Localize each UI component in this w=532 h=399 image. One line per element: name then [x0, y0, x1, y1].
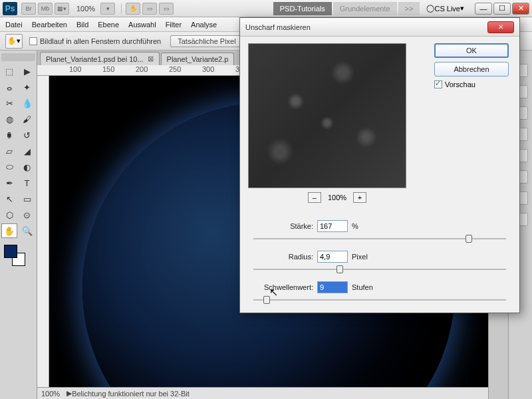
- minimize-btn[interactable]: —: [475, 3, 492, 15]
- preview-label: Vorschau: [445, 80, 475, 88]
- blur-tool[interactable]: ⬭: [1, 160, 17, 174]
- app-icon: Ps: [3, 2, 17, 15]
- menu-datei[interactable]: Datei: [5, 21, 23, 29]
- 3d-tool[interactable]: ⬡: [1, 207, 17, 222]
- doc-tab-1-label: Planet_Variante1.psd bei 10...: [46, 55, 144, 63]
- zoom-level[interactable]: 100%: [76, 5, 95, 13]
- screenmode-btn[interactable]: ▭: [159, 3, 174, 15]
- eraser-tool[interactable]: ▱: [1, 144, 17, 158]
- move-tool[interactable]: ⬚: [1, 64, 17, 78]
- pen-tool[interactable]: ✒: [1, 176, 17, 190]
- status-zoom[interactable]: 100%: [41, 390, 60, 398]
- crop-tool[interactable]: ✂: [1, 96, 17, 110]
- app-titlebar: Ps Br Mb ▦▾ 100% ▾ ✋ ▭ ▭ PSD-Tutorials G…: [0, 0, 532, 17]
- workspace-tab-psd[interactable]: PSD-Tutorials: [273, 2, 332, 15]
- menu-bild[interactable]: Bild: [76, 21, 88, 29]
- threshold-input[interactable]: [317, 281, 348, 293]
- workspace-tabs: PSD-Tutorials Grundelemente >>: [273, 2, 422, 15]
- lasso-tool[interactable]: ⴰ: [1, 80, 17, 94]
- scrollall-checkbox[interactable]: [29, 37, 37, 45]
- status-msg: Belichtung funktioniert nur bei 32-Bit: [72, 390, 190, 398]
- workspace-tab-more[interactable]: >>: [398, 2, 420, 15]
- menu-filter[interactable]: Filter: [166, 21, 182, 29]
- viewmode-btn[interactable]: ▦▾: [55, 3, 69, 15]
- hand-tool[interactable]: ✋: [1, 223, 17, 238]
- tool-preset-btn[interactable]: ✋▾: [5, 34, 23, 49]
- menu-analyse[interactable]: Analyse: [191, 21, 217, 29]
- actual-pixels-btn[interactable]: Tatsächliche Pixel: [170, 35, 243, 47]
- radius-label: Radius:: [253, 253, 313, 261]
- arrange-btn[interactable]: ▭: [142, 3, 157, 15]
- dialog-close-btn[interactable]: ✕: [487, 21, 514, 33]
- unsharp-mask-dialog: Unscharf maskieren ✕ – 100% + OK Abbrech…: [239, 17, 520, 313]
- doc-tab-2-label: Planet_Variante2.p: [167, 55, 229, 63]
- amount-input[interactable]: [317, 220, 348, 232]
- amount-unit: %: [352, 222, 358, 230]
- hand-shortcut[interactable]: ✋: [126, 3, 140, 15]
- menu-auswahl[interactable]: Auswahl: [128, 21, 156, 29]
- close-btn[interactable]: ✕: [512, 3, 529, 15]
- doc-tab-2[interactable]: Planet_Variante2.p: [161, 53, 235, 65]
- minibridge-btn[interactable]: Mb: [38, 3, 53, 15]
- dialog-title: Unscharf maskieren: [245, 23, 311, 31]
- cancel-button[interactable]: Abbrechen: [434, 62, 509, 76]
- marquee-tool[interactable]: ▶: [19, 64, 35, 78]
- preview-checkbox-row: Vorschau: [434, 80, 511, 88]
- filter-preview[interactable]: [248, 43, 406, 188]
- stamp-tool[interactable]: ⧯: [1, 128, 17, 142]
- doc-tab-1-close[interactable]: ⊠: [148, 55, 154, 63]
- toolbox-grip[interactable]: [1, 53, 35, 61]
- zoom-dropdown[interactable]: ▾: [100, 3, 115, 15]
- type-tool[interactable]: T: [19, 176, 35, 190]
- ruler-vertical: [37, 76, 49, 387]
- cs-live[interactable]: ◯ CS Live ▾: [426, 4, 464, 13]
- wand-tool[interactable]: ✦: [19, 80, 35, 94]
- radius-unit: Pixel: [352, 253, 368, 261]
- threshold-unit: Stufen: [352, 283, 373, 291]
- gradient-tool[interactable]: ◢: [19, 144, 35, 158]
- menu-bearbeiten[interactable]: Bearbeiten: [32, 21, 67, 29]
- maximize-btn[interactable]: ☐: [493, 3, 511, 15]
- amount-slider[interactable]: [253, 233, 506, 244]
- dodge-tool[interactable]: ◐: [19, 160, 35, 174]
- statusbar: 100% ▶ Belichtung funktioniert nur bei 3…: [37, 387, 488, 399]
- shape-tool[interactable]: ▭: [19, 192, 35, 206]
- menu-ebene[interactable]: Ebene: [98, 21, 119, 29]
- eyedropper-tool[interactable]: 💧: [19, 96, 35, 110]
- amount-label: Stärke:: [253, 222, 313, 230]
- threshold-slider[interactable]: [253, 295, 506, 305]
- brush-tool[interactable]: 🖌: [19, 112, 35, 126]
- radius-input[interactable]: [317, 251, 348, 263]
- history-brush-tool[interactable]: ↺: [19, 128, 35, 142]
- preview-zoom-out[interactable]: –: [308, 192, 321, 203]
- color-swatches[interactable]: [1, 243, 35, 267]
- doc-tab-1[interactable]: Planet_Variante1.psd bei 10...⊠: [40, 52, 160, 65]
- dialog-titlebar[interactable]: Unscharf maskieren ✕: [240, 18, 519, 37]
- scrollall-label: Bildlauf in allen Fenstern durchführen: [40, 37, 161, 45]
- fg-color-swatch[interactable]: [4, 245, 17, 258]
- 3dcam-tool[interactable]: ⊙: [19, 207, 35, 222]
- preview-checkbox[interactable]: [434, 80, 442, 88]
- path-tool[interactable]: ↖: [1, 192, 17, 206]
- preview-zoom-in[interactable]: +: [353, 192, 366, 203]
- bridge-btn[interactable]: Br: [21, 3, 36, 15]
- preview-zoom-pct: 100%: [328, 194, 346, 201]
- workspace-tab-grund[interactable]: Grundelemente: [333, 2, 397, 15]
- cs-live-label: CS Live: [434, 5, 460, 13]
- heal-tool[interactable]: ◍: [1, 112, 17, 126]
- window-controls: — ☐ ✕: [473, 3, 529, 15]
- radius-slider[interactable]: [253, 264, 506, 275]
- ok-button[interactable]: OK: [434, 43, 509, 58]
- toolbox: ⬚▶ ⴰ✦ ✂💧 ◍🖌 ⧯↺ ▱◢ ⬭◐ ✒T ↖▭ ⬡⊙ ✋🔍: [0, 51, 37, 399]
- zoom-tool[interactable]: 🔍: [19, 223, 35, 238]
- threshold-label: Schwellenwert:: [253, 283, 313, 291]
